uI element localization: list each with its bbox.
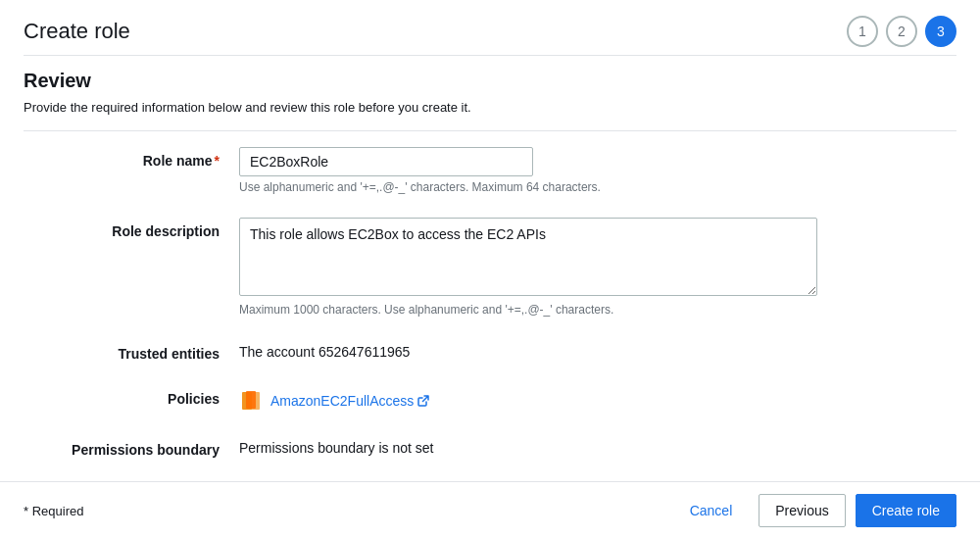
trusted-entities-value: The account 652647611965 [239,340,847,360]
permissions-boundary-label: Permissions boundary [24,436,239,458]
create-role-button[interactable]: Create role [856,494,956,527]
step-indicators: 1 2 3 [847,16,956,47]
policy-link[interactable]: AmazonEC2FullAccess [270,393,429,409]
cancel-button[interactable]: Cancel [673,494,750,527]
footer-buttons: Cancel Previous Create role [673,494,956,527]
role-name-hint: Use alphanumeric and '+=,.@-_' character… [239,180,847,194]
form-area: Role name Use alphanumeric and '+=,.@-_'… [0,131,980,481]
role-description-hint: Maximum 1000 characters. Use alphanumeri… [239,303,847,317]
external-link-icon [417,395,429,407]
permissions-boundary-content: Permissions boundary is not set [239,436,847,456]
policies-row: Policies AmazonEC2FullAccess [24,369,956,420]
page-header: Create role 1 2 3 [0,0,980,55]
role-name-content: Use alphanumeric and '+=,.@-_' character… [239,147,847,194]
role-description-input[interactable]: This role allows EC2Box to access the EC… [239,218,817,296]
policy-item: AmazonEC2FullAccess [239,385,847,413]
step-1: 1 [847,16,878,47]
role-description-label: Role description [24,218,239,239]
required-note: * Required [24,504,83,518]
role-name-label: Role name [24,147,239,169]
role-name-row: Role name Use alphanumeric and '+=,.@-_'… [24,131,956,202]
footer: * Required Cancel Previous Create role [0,481,980,539]
permissions-boundary-value: Permissions boundary is not set [239,436,847,456]
role-description-row: Role description This role allows EC2Box… [24,202,956,324]
step-2: 2 [886,16,917,47]
permissions-boundary-row: Permissions boundary Permissions boundar… [24,420,956,466]
policy-icon [239,389,263,413]
policies-content: AmazonEC2FullAccess [239,385,847,413]
svg-rect-2 [246,391,256,409]
role-name-input[interactable] [239,147,533,176]
page-title: Create role [24,19,130,44]
trusted-entities-label: Trusted entities [24,340,239,362]
trusted-entities-content: The account 652647611965 [239,340,847,360]
section-description: Provide the required information below a… [0,96,980,130]
trusted-entities-row: Trusted entities The account 65264761196… [24,324,956,369]
section-title: Review [0,56,980,96]
step-3: 3 [925,16,956,47]
role-description-content: This role allows EC2Box to access the EC… [239,218,847,317]
previous-button[interactable]: Previous [759,494,845,527]
policies-label: Policies [24,385,239,407]
